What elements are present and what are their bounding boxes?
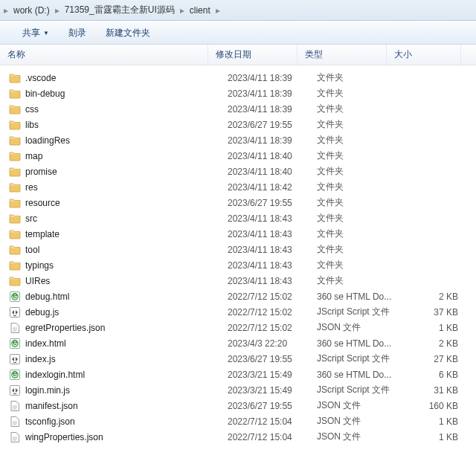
file-date: 2023/4/11 18:39	[220, 135, 309, 146]
file-date: 2023/4/11 18:39	[220, 73, 309, 83]
breadcrumb-seg[interactable]: 71359_雷霆霸主全新UI源码	[60, 2, 179, 19]
file-type: 文件夹	[309, 165, 399, 178]
file-date: 2023/4/11 18:43	[220, 229, 309, 239]
file-row[interactable]: bin-debug2023/4/11 18:39文件夹	[0, 86, 476, 101]
json-icon	[9, 322, 21, 334]
file-row[interactable]: .vscode2023/4/11 18:39文件夹	[0, 70, 476, 86]
file-date: 2022/7/12 15:04	[220, 432, 309, 442]
folder-icon	[9, 228, 21, 240]
file-type: JSON 文件	[309, 321, 399, 334]
file-row[interactable]: index.html2023/4/3 22:20360 se HTML Do..…	[0, 335, 476, 351]
col-size[interactable]: 大小	[387, 45, 461, 65]
file-type: JSON 文件	[309, 431, 399, 443]
file-size: 31 KB	[399, 385, 467, 396]
folder-icon	[9, 135, 21, 146]
file-name: login.min.js	[25, 385, 220, 396]
file-row[interactable]: egretProperties.json2022/7/12 15:02JSON …	[0, 320, 476, 335]
breadcrumb-seg[interactable]: work (D:)	[9, 2, 54, 19]
file-row[interactable]: resource2023/6/27 19:55文件夹	[0, 195, 476, 210]
address-bar[interactable]: ▸ work (D:) ▸ 71359_雷霆霸主全新UI源码 ▸ client …	[0, 0, 476, 21]
folder-icon	[9, 119, 21, 131]
file-date: 2023/4/11 18:43	[220, 276, 309, 286]
file-type: 文件夹	[309, 212, 399, 225]
file-row[interactable]: loadingRes2023/4/11 18:39文件夹	[0, 132, 476, 148]
file-type: 文件夹	[309, 134, 399, 146]
file-list: .vscode2023/4/11 18:39文件夹bin-debug2023/4…	[0, 65, 476, 445]
file-row[interactable]: login.min.js2023/3/21 15:49JScript Scrip…	[0, 382, 476, 398]
file-row[interactable]: css2023/4/11 18:39文件夹	[0, 101, 476, 117]
html-icon	[9, 291, 21, 303]
share-button[interactable]: 共享▼	[22, 27, 49, 39]
chevron-right-icon: ▸	[3, 5, 9, 16]
file-row[interactable]: typings2023/4/11 18:43文件夹	[0, 257, 476, 273]
file-type: 文件夹	[309, 149, 399, 162]
file-type: 文件夹	[309, 274, 399, 287]
file-type: JScript Script 文件	[309, 384, 399, 396]
file-row[interactable]: index.js2023/6/27 19:55JScript Script 文件…	[0, 351, 476, 367]
file-date: 2023/4/11 18:43	[220, 245, 309, 255]
file-name: debug.js	[25, 307, 220, 318]
file-date: 2022/7/12 15:02	[220, 323, 309, 333]
col-name[interactable]: 名称	[0, 45, 208, 65]
js-icon	[9, 384, 21, 396]
file-date: 2023/4/3 22:20	[220, 338, 309, 349]
file-row[interactable]: res2023/4/11 18:42文件夹	[0, 179, 476, 195]
file-row[interactable]: debug.html2022/7/12 15:02360 se HTML Do.…	[0, 289, 476, 304]
json-icon	[9, 416, 21, 428]
file-date: 2023/4/11 18:40	[220, 167, 309, 177]
file-row[interactable]: src2023/4/11 18:43文件夹	[0, 210, 476, 226]
file-date: 2023/4/11 18:43	[220, 213, 309, 224]
file-row[interactable]: tsconfig.json2022/7/12 15:04JSON 文件1 KB	[0, 413, 476, 429]
file-type: JScript Script 文件	[309, 352, 399, 365]
file-name: bin-debug	[25, 88, 220, 99]
file-row[interactable]: manifest.json2023/6/27 19:55JSON 文件160 K…	[0, 398, 476, 413]
folder-icon	[9, 181, 21, 193]
file-name: map	[25, 151, 220, 161]
file-date: 2022/7/12 15:02	[220, 291, 309, 302]
file-date: 2023/4/11 18:43	[220, 260, 309, 271]
file-row[interactable]: map2023/4/11 18:40文件夹	[0, 148, 476, 164]
col-date[interactable]: 修改日期	[208, 45, 298, 65]
file-row[interactable]: template2023/4/11 18:43文件夹	[0, 226, 476, 242]
js-icon	[9, 353, 21, 365]
folder-icon	[9, 275, 21, 287]
folder-icon	[9, 166, 21, 178]
file-name: tool	[25, 245, 220, 255]
new-folder-button[interactable]: 新建文件夹	[106, 27, 150, 39]
file-type: 文件夹	[309, 71, 399, 84]
file-size: 6 KB	[399, 370, 467, 380]
json-icon	[9, 431, 21, 443]
js-icon	[9, 306, 21, 318]
folder-icon	[9, 103, 21, 115]
file-row[interactable]: UIRes2023/4/11 18:43文件夹	[0, 273, 476, 289]
file-type: 文件夹	[309, 259, 399, 271]
folder-icon	[9, 213, 21, 225]
file-date: 2023/4/11 18:39	[220, 88, 309, 99]
file-type: 文件夹	[309, 243, 399, 256]
chevron-right-icon: ▸	[179, 5, 185, 16]
col-type[interactable]: 类型	[298, 45, 387, 65]
file-row[interactable]: indexlogin.html2023/3/21 15:49360 se HTM…	[0, 367, 476, 382]
file-row[interactable]: debug.js2022/7/12 15:02JScript Script 文件…	[0, 304, 476, 320]
file-name: manifest.json	[25, 401, 220, 411]
file-row[interactable]: wingProperties.json2022/7/12 15:04JSON 文…	[0, 429, 476, 445]
burn-button[interactable]: 刻录	[68, 27, 86, 39]
file-size: 2 KB	[399, 338, 467, 349]
column-headers: 名称 修改日期 类型 大小	[0, 45, 476, 65]
chevron-down-icon: ▼	[43, 30, 49, 36]
chevron-right-icon: ▸	[215, 5, 221, 16]
json-icon	[9, 400, 21, 412]
file-row[interactable]: libs2023/6/27 19:55文件夹	[0, 117, 476, 132]
breadcrumb-seg[interactable]: client	[185, 2, 215, 19]
file-name: tsconfig.json	[25, 416, 220, 427]
chevron-right-icon: ▸	[54, 5, 60, 16]
file-name: wingProperties.json	[25, 432, 220, 442]
folder-icon	[9, 88, 21, 100]
file-name: template	[25, 229, 220, 239]
file-row[interactable]: promise2023/4/11 18:40文件夹	[0, 164, 476, 179]
file-date: 2023/6/27 19:55	[220, 198, 309, 208]
file-date: 2023/4/11 18:42	[220, 182, 309, 193]
file-size: 1 KB	[399, 432, 467, 442]
file-row[interactable]: tool2023/4/11 18:43文件夹	[0, 242, 476, 257]
file-type: 360 se HTML Do...	[309, 338, 399, 349]
